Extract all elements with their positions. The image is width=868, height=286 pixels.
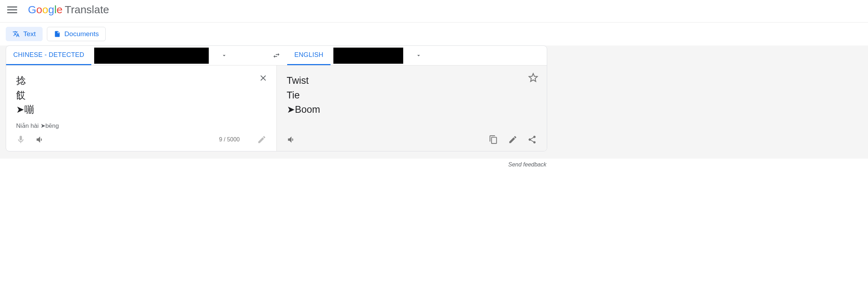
menu-icon[interactable] xyxy=(7,5,17,15)
source-lang-detected-tab[interactable]: CHINESE - DETECTED xyxy=(6,46,91,65)
topbar: Google Translate xyxy=(0,0,868,23)
redacted-block xyxy=(333,48,403,64)
save-translation-button[interactable] xyxy=(528,73,538,84)
mode-documents-label: Documents xyxy=(64,30,99,38)
char-counter: 9 / 5000 xyxy=(219,136,240,143)
send-feedback-link[interactable]: Send feedback xyxy=(0,159,553,168)
mode-bar: Text Documents xyxy=(0,23,868,45)
close-icon xyxy=(259,73,268,83)
target-lang-dropdown[interactable] xyxy=(406,46,431,65)
target-lang-tabs: ENGLISH xyxy=(287,46,547,65)
target-pane: Twist Tie ➤Boom xyxy=(276,66,547,151)
source-tools: 9 / 5000 xyxy=(16,133,266,146)
redacted-block xyxy=(94,48,209,64)
swap-languages-button[interactable] xyxy=(266,46,287,65)
mode-text-button[interactable]: Text xyxy=(6,27,43,41)
language-bar: CHINESE - DETECTED ENGLISH xyxy=(6,46,547,66)
source-lang-tabs: CHINESE - DETECTED xyxy=(6,46,266,65)
microphone-icon[interactable] xyxy=(16,135,25,144)
share-icon[interactable] xyxy=(527,135,537,144)
speaker-icon[interactable] xyxy=(287,135,296,144)
mode-text-label: Text xyxy=(23,30,36,38)
source-lang-detected-label: CHINESE - DETECTED xyxy=(13,51,84,59)
speaker-icon[interactable] xyxy=(35,135,45,144)
source-pane: 捻 餀 ➤嘣￼ Niǎn hài ➤bēng 9 / 5000 xyxy=(6,66,276,151)
source-lang-dropdown[interactable] xyxy=(212,46,237,65)
logo[interactable]: Google Translate xyxy=(28,4,109,16)
document-icon xyxy=(54,30,61,38)
chevron-down-icon xyxy=(221,52,227,59)
target-lang-english-tab[interactable]: ENGLISH xyxy=(287,46,331,65)
mode-documents-button[interactable]: Documents xyxy=(47,27,106,41)
translate-icon xyxy=(13,30,20,38)
translate-panes: 捻 餀 ➤嘣￼ Niǎn hài ➤bēng 9 / 5000 Twist Ti… xyxy=(6,66,547,151)
target-lang-english-label: ENGLISH xyxy=(294,51,323,59)
target-text: Twist Tie ➤Boom xyxy=(287,73,537,117)
product-name: Translate xyxy=(65,4,109,16)
pencil-icon[interactable] xyxy=(508,135,517,144)
translate-card: CHINESE - DETECTED ENGLISH 捻 餀 ➤嘣￼ Niǎn … xyxy=(6,45,547,151)
clear-source-button[interactable] xyxy=(259,73,268,84)
star-icon xyxy=(528,73,538,83)
send-feedback-label: Send feedback xyxy=(508,161,546,168)
pencil-icon[interactable] xyxy=(257,135,266,144)
source-text[interactable]: 捻 餀 ➤嘣￼ xyxy=(16,73,266,117)
swap-icon xyxy=(273,52,280,59)
chevron-down-icon xyxy=(415,52,422,59)
copy-icon[interactable] xyxy=(489,135,498,144)
source-transliteration: Niǎn hài ➤bēng xyxy=(16,122,266,130)
target-tools xyxy=(287,133,537,146)
